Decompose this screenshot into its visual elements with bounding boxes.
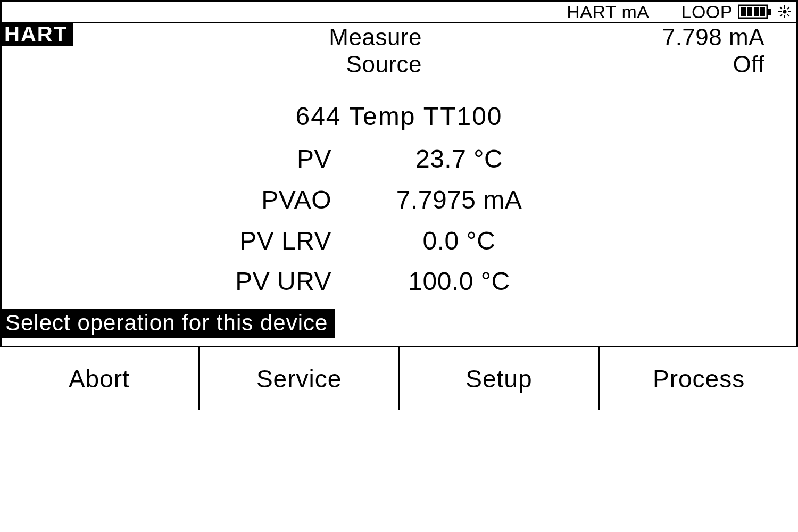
softkey-setup[interactable]: Setup [400, 347, 600, 410]
svg-rect-3 [747, 7, 752, 16]
softkey-row: Abort Service Setup Process [0, 346, 798, 410]
pv-label: PV [2, 139, 353, 180]
readout-block: Measure 7.798 mA Source Off [2, 24, 796, 78]
pv-row: PV LRV 0.0 °C [2, 221, 796, 262]
svg-line-11 [787, 14, 789, 16]
instrument-screen: HART mA LOOP [0, 0, 798, 410]
prompt-bar: Select operation for this device [0, 309, 335, 338]
pv-block: PV 23.7 °C PVAO 7.7975 mA PV LRV 0.0 °C … [2, 139, 796, 302]
pvao-label: PVAO [2, 180, 353, 221]
pv-lrv-value: 0.0 °C [353, 221, 566, 262]
svg-line-10 [780, 7, 782, 9]
source-value: Off [438, 51, 796, 78]
svg-rect-4 [754, 7, 759, 16]
pv-value: 23.7 °C [353, 139, 566, 180]
pv-urv-label: PV URV [2, 261, 353, 302]
svg-rect-5 [760, 7, 765, 16]
pvao-value: 7.7975 mA [353, 180, 566, 221]
svg-point-14 [783, 10, 787, 14]
measure-label: Measure [2, 24, 438, 51]
status-divider [2, 22, 796, 23]
pv-lrv-label: PV LRV [2, 221, 353, 262]
device-name: 644 Temp TT100 [2, 102, 796, 131]
status-bar: HART mA LOOP [2, 2, 796, 22]
battery-icon [738, 4, 772, 20]
backlight-icon [777, 4, 792, 19]
softkey-service[interactable]: Service [200, 347, 400, 410]
softkey-abort[interactable]: Abort [0, 347, 200, 410]
pv-urv-value: 100.0 °C [353, 261, 566, 302]
svg-line-13 [780, 14, 782, 16]
softkey-process[interactable]: Process [600, 347, 798, 410]
source-label: Source [2, 51, 438, 78]
svg-rect-2 [741, 7, 746, 16]
pv-row: PV URV 100.0 °C [2, 261, 796, 302]
pv-row: PVAO 7.7975 mA [2, 180, 796, 221]
svg-line-12 [787, 7, 789, 9]
pv-row: PV 23.7 °C [2, 139, 796, 180]
status-loop: LOOP [681, 2, 733, 22]
svg-rect-1 [767, 9, 771, 15]
measure-value: 7.798 mA [438, 24, 796, 51]
status-mode: HART mA [567, 2, 649, 22]
